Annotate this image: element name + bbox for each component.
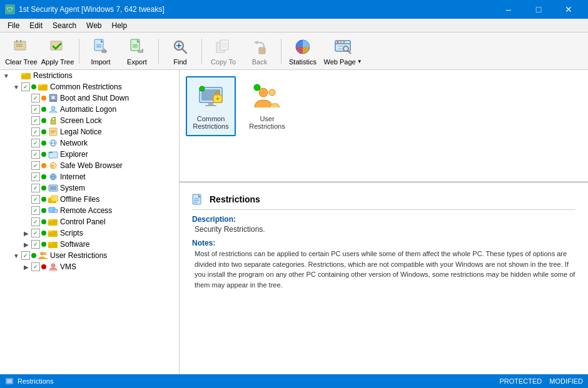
tree-label-explorer: Explorer [60, 150, 88, 159]
tree-dot-network [41, 141, 46, 146]
export-icon [127, 37, 147, 57]
tree-arrow-vms: ▶ [21, 264, 31, 271]
apply-tree-button[interactable]: Apply Tree [40, 35, 75, 67]
svg-point-71 [41, 252, 44, 256]
svg-rect-35 [21, 73, 26, 75]
status-right: PROTECTED MODIFIED [499, 377, 583, 385]
folder-icon-common [38, 82, 48, 92]
tree-item-auto-logon[interactable]: ▶ Automatic Logon [0, 104, 179, 115]
tree-item-remote[interactable]: ▶ Remote Access [0, 205, 179, 216]
tree-check-safeweb[interactable] [31, 161, 40, 170]
status-text: Restrictions [18, 377, 53, 385]
copy-to-button[interactable]: Copy To [206, 35, 241, 67]
tree-check-network[interactable] [31, 139, 40, 147]
tree-item-safe-web[interactable]: ▶ e Safe Web Browser [0, 160, 179, 171]
tree-item-screen-lock[interactable]: ▶ Screen Lock [0, 115, 179, 126]
common-restrictions-card[interactable]: Common Restrictions [186, 76, 236, 136]
svg-point-78 [200, 86, 205, 91]
menu-file[interactable]: File [3, 20, 24, 31]
maximize-button[interactable]: □ [524, 0, 553, 19]
svg-rect-51 [49, 152, 53, 153]
tree-label-scripts: Scripts [60, 229, 83, 237]
clear-tree-label: Clear Tree [5, 58, 37, 66]
tree-check-scripts[interactable] [31, 229, 40, 237]
svg-rect-76 [208, 102, 213, 105]
tree-item-user-restrictions[interactable]: ▼ User Restrictions [0, 250, 179, 261]
tree-dot-explorer [41, 152, 46, 157]
import-button[interactable]: Import [83, 35, 118, 67]
svg-rect-70 [48, 242, 53, 244]
tree-item-explorer[interactable]: ▶ Explorer [0, 149, 179, 160]
tree-label-autologon: Automatic Logon [60, 105, 116, 114]
tree-item-offline[interactable]: ▶ Offline Files [0, 194, 179, 205]
tree-dot-system [41, 186, 46, 191]
tree-check-user[interactable] [21, 251, 30, 260]
svg-rect-58 [50, 186, 56, 190]
tree-item-network[interactable]: ▶ Network [0, 137, 179, 149]
tree-label-remote: Remote Access [60, 206, 112, 215]
tree-item-internet[interactable]: ▶ Internet [0, 171, 179, 182]
menu-help[interactable]: Help [107, 20, 133, 31]
tree-check-offline[interactable] [31, 195, 40, 204]
tree-dot-common [31, 84, 36, 89]
tree-item-common-restrictions[interactable]: ▼ Common Restrictions [0, 81, 179, 92]
tree-check-screenlock[interactable] [31, 116, 40, 125]
tree-item-system[interactable]: ▶ System [0, 182, 179, 194]
clear-tree-button[interactable]: Clear Tree [4, 35, 39, 67]
vms-icon [48, 262, 58, 272]
svg-point-80 [216, 97, 219, 100]
close-button[interactable]: ✕ [554, 0, 583, 19]
tree-dot-autologon [41, 107, 46, 112]
toolbar-separator-3 [201, 39, 202, 64]
tree-check-system[interactable] [31, 184, 40, 192]
window-controls: – □ ✕ [494, 0, 583, 19]
tree-check-common[interactable] [21, 82, 30, 91]
folder-icon [21, 71, 31, 81]
tree-item-legal[interactable]: ▶ Legal Notice [0, 126, 179, 137]
tree-item-vms[interactable]: ▶ VMS [0, 261, 179, 272]
tree-item-software[interactable]: ▶ Software [0, 239, 179, 250]
tree-arrow-common: ▼ [11, 84, 21, 91]
safeweb-icon: e [48, 161, 58, 171]
menu-search[interactable]: Search [48, 20, 81, 31]
tree-check-control[interactable] [31, 217, 40, 226]
tree-label-internet: Internet [60, 172, 86, 181]
network-icon [48, 138, 58, 148]
svg-point-30 [343, 41, 345, 43]
tree-check-boot[interactable] [31, 94, 40, 102]
tree-check-explorer[interactable] [31, 150, 40, 159]
back-button[interactable]: Back [242, 35, 277, 67]
find-label: Find [173, 58, 186, 66]
menu-web[interactable]: Web [81, 20, 106, 31]
user-restrictions-card[interactable]: User Restrictions [242, 76, 292, 136]
tree-check-remote[interactable] [31, 206, 40, 215]
tree-check-legal[interactable] [31, 127, 40, 136]
svg-point-83 [254, 84, 260, 91]
common-restrictions-img [196, 82, 226, 112]
minimize-button[interactable]: – [494, 0, 523, 19]
tree-dot-control [41, 219, 46, 224]
tree-item-restrictions[interactable]: ▼ Restrictions [0, 70, 179, 81]
tree-label-legal: Legal Notice [60, 127, 102, 136]
svg-text:e: e [51, 164, 54, 168]
toolbar-separator-4 [281, 39, 281, 64]
statistics-button[interactable]: Statistics [285, 35, 320, 67]
tree-check-autologon[interactable] [31, 105, 40, 114]
tree-check-internet[interactable] [31, 172, 40, 181]
find-button[interactable]: Find [163, 35, 198, 67]
desc-label: Description: [192, 215, 575, 224]
tree-item-boot[interactable]: ▶ Boot and Shut Down [0, 92, 179, 104]
tree-item-control[interactable]: ▶ Control Panel [0, 216, 179, 227]
clear-tree-icon [11, 37, 31, 57]
tree-check-software[interactable] [31, 240, 40, 249]
svg-point-81 [259, 88, 268, 97]
export-button[interactable]: Export [119, 35, 155, 67]
tree-item-scripts[interactable]: ▶ Scripts [0, 227, 179, 239]
menu-item[interactable]: Edit [24, 20, 48, 31]
svg-rect-66 [48, 219, 53, 221]
user-restrictions-img [252, 82, 282, 112]
remote-icon [48, 206, 58, 216]
offline-icon [48, 194, 58, 204]
tree-check-vms[interactable] [31, 262, 40, 271]
web-page-button[interactable]: Web Page ▼ [322, 35, 364, 67]
